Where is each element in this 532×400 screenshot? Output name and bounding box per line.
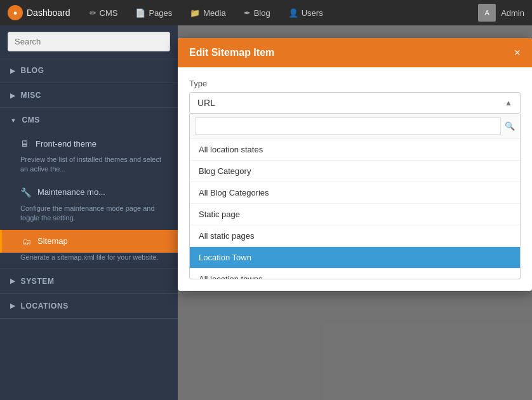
admin-avatar: A (478, 4, 496, 22)
sidebar-section-cms-header[interactable]: ▼ CMS (0, 108, 178, 132)
sidebar-section-misc: ▶ MISC (0, 83, 178, 108)
search-input[interactable] (8, 32, 170, 51)
select-chevron-up-icon: ▲ (505, 98, 512, 107)
type-select-value: URL (197, 98, 215, 108)
nav-item-users[interactable]: 👤 Users (279, 0, 332, 25)
brand-icon: ● (8, 5, 23, 20)
sidebar-section-blog: ▶ BLOG (0, 58, 178, 83)
sidebar-section-cms: ▼ CMS 🖥 Front-end theme Preview the list… (0, 108, 178, 269)
type-dropdown: 🔍 All location states Blog Category All … (189, 114, 521, 279)
chevron-right-icon: ▶ (10, 67, 16, 74)
sidebar-section-system: ▶ SYSTEM (0, 269, 178, 294)
dropdown-item-all-static-pages[interactable]: All static pages (190, 225, 520, 247)
dropdown-item-all-location-towns[interactable]: All location towns (190, 269, 520, 279)
sidebar-item-frontend-theme-label: Front-end theme (36, 139, 96, 149)
users-icon: 👤 (288, 8, 298, 18)
sidebar-section-misc-label: MISC (21, 91, 41, 100)
sidebar-item-sitemap-desc: Generate a sitemap.xml file for your web… (0, 253, 178, 269)
media-icon: 📁 (190, 8, 200, 18)
nav-item-media[interactable]: 📁 Media (181, 0, 234, 25)
main-content: Edit Sitemap Item × Type URL ▲ (178, 25, 532, 400)
sidebar-item-maintenance-label: Maintenance mo... (37, 187, 105, 197)
modal-body: Type URL ▲ 🔍 A (178, 67, 532, 291)
search-icon: 🔍 (505, 121, 515, 131)
modal-header: Edit Sitemap Item × (178, 38, 532, 67)
cms-icon: ✏ (90, 8, 96, 18)
nav-item-media-label: Media (203, 8, 225, 18)
dropdown-search-input[interactable] (195, 117, 501, 135)
dropdown-item-all-blog-categories[interactable]: All Blog Categories (190, 182, 520, 204)
sidebar-section-blog-label: BLOG (21, 66, 44, 75)
dropdown-item-static-page[interactable]: Static page (190, 204, 520, 225)
sidebar-search-container (0, 25, 178, 58)
nav-item-cms[interactable]: ✏ CMS (81, 0, 127, 25)
brand-label: Dashboard (27, 8, 70, 18)
dropdown-search-wrap: 🔍 (190, 114, 520, 139)
sidebar-item-sitemap-label: Sitemap (37, 236, 68, 246)
modal-overlay: Edit Sitemap Item × Type URL ▲ (178, 25, 532, 400)
sidebar-section-blog-header[interactable]: ▶ BLOG (0, 58, 178, 83)
pages-icon: 📄 (135, 8, 145, 18)
sidebar-section-misc-header[interactable]: ▶ MISC (0, 83, 178, 107)
modal-title: Edit Sitemap Item (189, 47, 274, 58)
dropdown-item-all-location-states[interactable]: All location states (190, 139, 520, 161)
nav-item-blog-label: Blog (254, 8, 270, 18)
dropdown-item-location-town[interactable]: Location Town (190, 247, 520, 269)
nav-item-cms-label: CMS (100, 8, 118, 18)
type-select[interactable]: URL ▲ (189, 92, 521, 114)
sidebar-section-system-header[interactable]: ▶ SYSTEM (0, 269, 178, 293)
sidebar-item-frontend-theme[interactable]: 🖥 Front-end theme (0, 132, 178, 155)
sidebar-section-locations-label: LOCATIONS (21, 302, 69, 310)
type-select-wrapper: URL ▲ 🔍 All location states Blog Cat (189, 92, 521, 279)
dropdown-item-blog-category[interactable]: Blog Category (190, 161, 520, 182)
blog-icon: ✒ (244, 8, 251, 18)
modal-close-button[interactable]: × (514, 47, 521, 58)
sidebar-section-cms-label: CMS (22, 116, 40, 124)
nav-brand[interactable]: ● Dashboard (8, 5, 70, 20)
sidebar-item-maintenance-desc: Configure the maintenance mode page and … (0, 204, 178, 230)
nav-items: ✏ CMS 📄 Pages 📁 Media ✒ Blog 👤 Users (81, 0, 479, 25)
sidebar-item-sitemap[interactable]: 🗂 Sitemap (0, 230, 178, 253)
edit-sitemap-modal: Edit Sitemap Item × Type URL ▲ (178, 38, 532, 291)
chevron-right-icon-system: ▶ (10, 277, 16, 284)
sidebar-section-system-label: SYSTEM (21, 277, 55, 286)
frontend-theme-icon: 🖥 (20, 138, 29, 149)
chevron-down-icon-cms: ▼ (10, 117, 17, 124)
chevron-right-icon-locations: ▶ (10, 302, 16, 309)
main-layout: ▶ BLOG ▶ MISC ▼ CMS 🖥 Front-end theme Pr… (0, 25, 532, 400)
nav-item-pages-label: Pages (149, 8, 172, 18)
admin-label: Admin (501, 8, 524, 18)
sidebar: ▶ BLOG ▶ MISC ▼ CMS 🖥 Front-end theme Pr… (0, 25, 178, 400)
nav-item-pages[interactable]: 📄 Pages (126, 0, 181, 25)
maintenance-icon: 🔧 (20, 187, 31, 197)
top-navbar: ● Dashboard ✏ CMS 📄 Pages 📁 Media ✒ Blog… (0, 0, 532, 25)
chevron-right-icon-misc: ▶ (10, 92, 16, 99)
nav-admin[interactable]: A Admin (478, 4, 524, 22)
sidebar-item-frontend-theme-desc: Preview the list of installed themes and… (0, 155, 178, 181)
nav-item-users-label: Users (302, 8, 323, 18)
dropdown-list: All location states Blog Category All Bl… (190, 139, 520, 279)
sitemap-icon: 🗂 (22, 236, 31, 246)
sidebar-section-locations: ▶ LOCATIONS (0, 294, 178, 319)
sidebar-section-locations-header[interactable]: ▶ LOCATIONS (0, 294, 178, 318)
sidebar-item-maintenance-mode[interactable]: 🔧 Maintenance mo... (0, 181, 178, 204)
nav-item-blog[interactable]: ✒ Blog (235, 0, 279, 25)
type-label: Type (189, 79, 521, 88)
